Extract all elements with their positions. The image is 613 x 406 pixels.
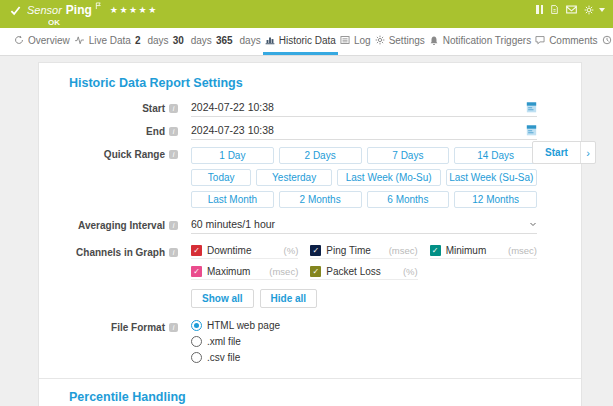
averaging-interval-label: Averaging Interval [69, 218, 165, 231]
channel-maximum[interactable]: Maximum (msec) [191, 266, 298, 280]
tab-365-days[interactable]: 365days [214, 28, 263, 55]
channel-downtime[interactable]: Downtime (%) [191, 245, 298, 259]
show-all-button[interactable]: Show all [191, 289, 254, 308]
status-check-icon [10, 5, 21, 16]
file-format-row: File Format HTML web page .xml file .csv… [69, 320, 551, 368]
start-report-split-button: Start [532, 141, 596, 164]
tab-notification-triggers[interactable]: Notification Triggers [427, 28, 533, 55]
tab-live-data[interactable]: Live Data [72, 28, 133, 55]
section-title-report-settings: Historic Data Report Settings [69, 76, 551, 90]
chevron-down-icon[interactable] [599, 8, 605, 12]
channel-ping-time[interactable]: Ping Time (msec) [310, 245, 417, 259]
tab-2-days[interactable]: 2days [133, 28, 171, 55]
info-icon[interactable] [169, 248, 178, 257]
channels-row: Channels in Graph Downtime (%) Ping Time… [69, 245, 551, 308]
sensor-name: Ping [66, 3, 92, 17]
file-format-html-option[interactable]: HTML web page [191, 320, 537, 331]
comment-icon [535, 35, 545, 45]
quick-range-yesterday[interactable]: Yesterday [256, 169, 331, 186]
quick-range-last-week-su-sa[interactable]: Last Week (Su-Sa) [446, 169, 537, 186]
info-icon[interactable] [169, 104, 178, 113]
quick-range-7-days[interactable]: 7 Days [367, 147, 450, 164]
calendar-icon[interactable] [526, 101, 537, 113]
tab-bar: Overview Live Data 2days 30days 365days … [0, 28, 613, 56]
quick-range-12-months[interactable]: 12 Months [454, 191, 537, 208]
section-divider [39, 378, 581, 379]
quick-range-last-month[interactable]: Last Month [191, 191, 274, 208]
checkbox-checked-icon[interactable] [310, 245, 321, 256]
quick-range-2-months[interactable]: 2 Months [279, 191, 362, 208]
end-date-input[interactable]: 2024-07-23 10:38 [191, 124, 537, 140]
start-date-input[interactable]: 2024-07-22 10:38 [191, 101, 537, 117]
quick-range-row: Quick Range 1 Day 2 Days 7 Days 14 Days … [69, 147, 551, 208]
channels-label: Channels in Graph [69, 245, 165, 258]
hide-all-button[interactable]: Hide all [260, 289, 318, 308]
start-report-button[interactable]: Start [533, 142, 580, 163]
channel-packet-loss[interactable]: Packet Loss (%) [310, 266, 417, 280]
bar-chart-icon [265, 35, 275, 45]
section-title-percentile: Percentile Handling [69, 390, 551, 404]
gear-icon[interactable] [584, 5, 594, 15]
quick-range-6-months[interactable]: 6 Months [367, 191, 450, 208]
info-icon[interactable] [169, 150, 178, 159]
quick-range-2-days[interactable]: 2 Days [279, 147, 362, 164]
quick-range-last-week-mo-su[interactable]: Last Week (Mo-Su) [337, 169, 441, 186]
chevron-down-icon [529, 220, 537, 228]
log-icon [340, 35, 350, 45]
file-format-csv-option[interactable]: .csv file [191, 352, 537, 363]
checkbox-checked-icon[interactable] [310, 266, 321, 277]
tab-history[interactable]: History [600, 28, 613, 55]
file-format-label: File Format [69, 320, 165, 333]
radio-icon[interactable] [191, 352, 202, 363]
email-icon[interactable] [566, 5, 577, 14]
priority-stars[interactable]: ★★★★★ [110, 5, 158, 15]
bell-icon [429, 35, 439, 46]
tab-overview[interactable]: Overview [12, 28, 72, 55]
radio-icon[interactable] [191, 336, 202, 347]
averaging-interval-row: Averaging Interval 60 minutes/1 hour [69, 218, 551, 234]
info-icon[interactable] [169, 323, 178, 332]
tab-historic-data[interactable]: Historic Data [263, 28, 338, 55]
report-icon[interactable] [550, 4, 559, 15]
averaging-interval-select[interactable]: 60 minutes/1 hour [191, 218, 537, 234]
tab-30-days[interactable]: 30days [171, 28, 214, 55]
calendar-icon[interactable] [526, 124, 537, 136]
gear-icon [375, 35, 385, 45]
status-badge: OK [48, 18, 603, 27]
priority-flag-icon [95, 2, 102, 10]
end-label: End [69, 124, 165, 137]
sensor-header: Sensor Ping ★★★★★ OK [0, 0, 613, 28]
checkbox-checked-icon[interactable] [191, 245, 202, 256]
history-icon [602, 35, 612, 45]
sensor-type-label: Sensor [27, 4, 62, 16]
settings-card: Historic Data Report Settings Start 2024… [38, 62, 582, 406]
start-label: Start [69, 101, 165, 114]
quick-range-today[interactable]: Today [191, 169, 251, 186]
info-icon[interactable] [169, 127, 178, 136]
radio-icon[interactable] [191, 320, 202, 331]
page-body: Historic Data Report Settings Start 2024… [0, 56, 613, 406]
quick-range-1-day[interactable]: 1 Day [191, 147, 274, 164]
live-data-icon [74, 35, 85, 45]
chevron-right-icon[interactable] [580, 142, 595, 163]
tab-settings[interactable]: Settings [373, 28, 427, 55]
quick-range-14-days[interactable]: 14 Days [454, 147, 537, 164]
tab-comments[interactable]: Comments [533, 28, 599, 55]
channel-minimum[interactable]: Minimum (msec) [430, 245, 537, 259]
file-format-xml-option[interactable]: .xml file [191, 336, 537, 347]
checkbox-checked-icon[interactable] [430, 245, 441, 256]
overview-icon [14, 35, 24, 45]
end-row: End 2024-07-23 10:38 [69, 124, 551, 140]
start-row: Start 2024-07-22 10:38 [69, 101, 551, 117]
info-icon[interactable] [169, 221, 178, 230]
quick-range-label: Quick Range [69, 147, 165, 160]
pause-icon[interactable] [536, 5, 543, 14]
checkbox-checked-icon[interactable] [191, 266, 202, 277]
tab-log[interactable]: Log [338, 28, 373, 55]
